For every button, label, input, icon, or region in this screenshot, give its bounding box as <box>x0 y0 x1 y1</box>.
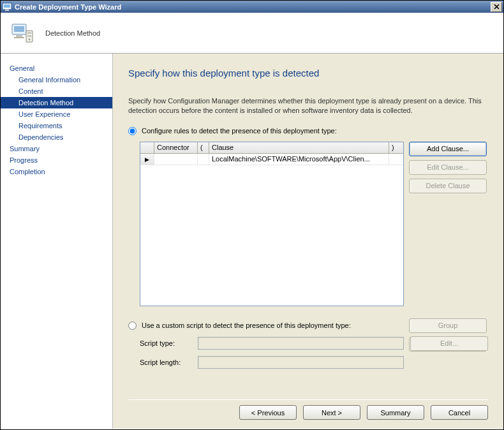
script-type-row: Script type: Edit... <box>140 336 488 351</box>
cancel-button[interactable]: Cancel <box>431 405 488 420</box>
sidebar-item-detection-method[interactable]: Detection Method <box>1 97 112 108</box>
radio-configure-rules-input[interactable] <box>128 127 137 135</box>
sidebar-item-general-info[interactable]: General Information <box>1 74 112 85</box>
script-type-field <box>198 337 404 350</box>
col-clause[interactable]: Clause <box>209 142 389 153</box>
page-title: Specify how this deployment type is dete… <box>128 68 488 78</box>
sidebar-item-completion[interactable]: Completion <box>1 166 112 177</box>
row-indicator: ▶ <box>140 154 154 165</box>
svg-rect-2 <box>5 10 9 11</box>
window-body: Detection Method General General Informa… <box>0 13 504 430</box>
svg-rect-1 <box>4 4 10 8</box>
sidebar-item-user-experience[interactable]: User Experience <box>1 108 112 120</box>
close-button[interactable] <box>491 2 502 12</box>
grid-header: Connector ( Clause ) <box>140 142 403 154</box>
svg-rect-9 <box>27 35 31 37</box>
header-subtitle: Detection Method <box>45 29 100 37</box>
wizard-icon <box>10 20 35 46</box>
cell-connector <box>154 154 198 165</box>
script-length-field <box>198 356 404 369</box>
cell-close-paren <box>389 154 403 165</box>
svg-rect-6 <box>14 37 24 38</box>
edit-script-button: Edit... <box>410 336 488 351</box>
sidebar: General General Information Content Dete… <box>1 54 113 429</box>
clause-buttons: Add Clause... Edit Clause... Delete Clau… <box>409 142 487 352</box>
sidebar-item-progress[interactable]: Progress <box>1 154 112 166</box>
col-open-paren[interactable]: ( <box>198 142 209 153</box>
wizard-footer: < Previous Next > Summary Cancel <box>128 399 488 422</box>
edit-clause-button: Edit Clause... <box>409 160 487 175</box>
delete-clause-button: Delete Clause <box>409 179 487 193</box>
rules-area: Connector ( Clause ) ▶ LocalMachine\SOFT… <box>140 142 488 313</box>
script-length-row: Script length: <box>140 356 488 369</box>
next-button[interactable]: Next > <box>303 405 360 420</box>
radio-configure-rules-label: Configure rules to detect the presence o… <box>142 127 337 135</box>
sidebar-item-general[interactable]: General <box>1 63 112 74</box>
summary-button[interactable]: Summary <box>367 405 424 420</box>
grid-body: ▶ LocalMachine\SOFTWARE\Microsoft\AppV\C… <box>140 154 403 306</box>
clause-grid[interactable]: Connector ( Clause ) ▶ LocalMachine\SOFT… <box>140 142 404 306</box>
cell-open-paren <box>198 154 209 165</box>
app-icon <box>2 2 12 12</box>
svg-rect-4 <box>14 26 24 32</box>
svg-point-10 <box>29 38 31 40</box>
sidebar-item-content[interactable]: Content <box>1 85 112 97</box>
radio-custom-script-input[interactable] <box>128 322 137 330</box>
titlebar: Create Deployment Type Wizard <box>0 0 504 13</box>
previous-button[interactable]: < Previous <box>239 405 297 420</box>
sidebar-item-requirements[interactable]: Requirements <box>1 120 112 131</box>
header: Detection Method <box>1 13 503 54</box>
page-description: Specify how Configuration Manager determ… <box>128 96 488 115</box>
radio-configure-rules[interactable]: Configure rules to detect the presence o… <box>128 127 488 135</box>
sidebar-item-summary[interactable]: Summary <box>1 143 112 154</box>
table-row[interactable]: ▶ LocalMachine\SOFTWARE\Microsoft\AppV\C… <box>140 154 403 165</box>
svg-rect-8 <box>27 32 31 34</box>
cell-clause: LocalMachine\SOFTWARE\Microsoft\AppV\Cli… <box>209 154 389 165</box>
window-title: Create Deployment Type Wizard <box>15 3 491 11</box>
radio-custom-script-label: Use a custom script to detect the presen… <box>142 322 351 329</box>
col-connector[interactable]: Connector <box>154 142 198 153</box>
add-clause-button[interactable]: Add Clause... <box>409 142 487 156</box>
svg-rect-5 <box>16 35 22 37</box>
script-length-label: Script length: <box>140 359 194 366</box>
col-close-paren[interactable]: ) <box>389 142 403 153</box>
content: Specify how this deployment type is dete… <box>113 54 503 429</box>
sidebar-item-dependencies[interactable]: Dependencies <box>1 131 112 143</box>
main: General General Information Content Dete… <box>1 54 503 429</box>
radio-custom-script[interactable]: Use a custom script to detect the presen… <box>128 322 488 330</box>
script-type-label: Script type: <box>140 339 194 347</box>
